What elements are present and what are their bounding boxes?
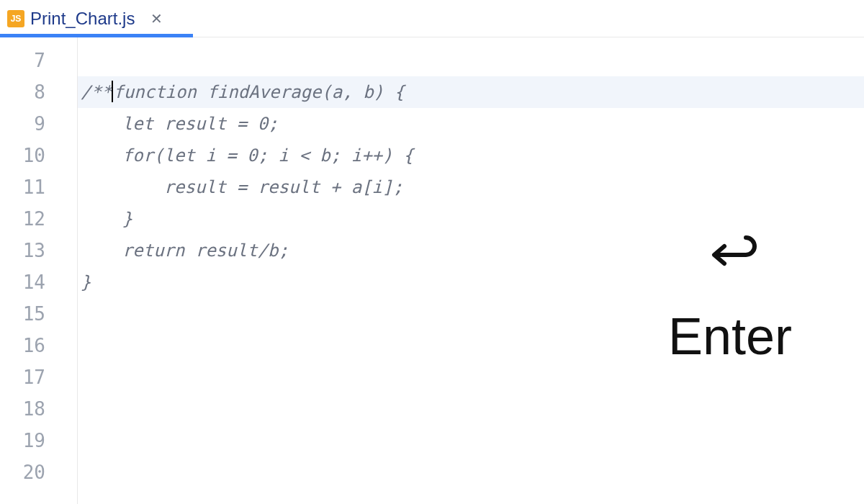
code-line[interactable]: [78, 361, 864, 393]
line-number: 15: [0, 298, 77, 330]
js-file-icon: JS: [7, 10, 24, 27]
line-number: 13: [0, 235, 77, 266]
line-number: 17: [0, 361, 77, 393]
tab-bar: JS Print_Chart.js ✕: [0, 0, 864, 37]
line-number: 14: [0, 266, 77, 298]
tab-filename: Print_Chart.js: [30, 9, 135, 29]
gutter: 7 8 9 10 11 12 13 14 15 16 17 18 19 20: [0, 37, 78, 504]
file-tab[interactable]: JS Print_Chart.js ✕: [0, 0, 171, 37]
code-line[interactable]: result = result + a[i];: [78, 171, 864, 203]
line-number: 20: [0, 456, 77, 488]
keyboard-hint-label: Enter: [668, 307, 792, 366]
code-line[interactable]: [78, 425, 864, 456]
enter-key-icon: [701, 230, 759, 292]
line-number: 8: [0, 76, 77, 108]
code-line[interactable]: /**function findAverage(a, b) {: [78, 76, 864, 108]
line-number: 10: [0, 140, 77, 171]
line-number: 18: [0, 393, 77, 425]
line-number: 12: [0, 203, 77, 235]
text-cursor: [112, 81, 113, 102]
line-number: 16: [0, 330, 77, 361]
code-line[interactable]: [78, 456, 864, 488]
line-number: 7: [0, 45, 77, 76]
line-number: 11: [0, 171, 77, 203]
keyboard-hint-overlay: Enter: [668, 230, 792, 366]
code-line[interactable]: for(let i = 0; i < b; i++) {: [78, 140, 864, 171]
line-number: 19: [0, 425, 77, 456]
line-number: 9: [0, 108, 77, 140]
code-line[interactable]: let result = 0;: [78, 108, 864, 140]
code-line[interactable]: [78, 45, 864, 76]
close-tab-icon[interactable]: ✕: [150, 10, 163, 27]
code-line[interactable]: [78, 393, 864, 425]
